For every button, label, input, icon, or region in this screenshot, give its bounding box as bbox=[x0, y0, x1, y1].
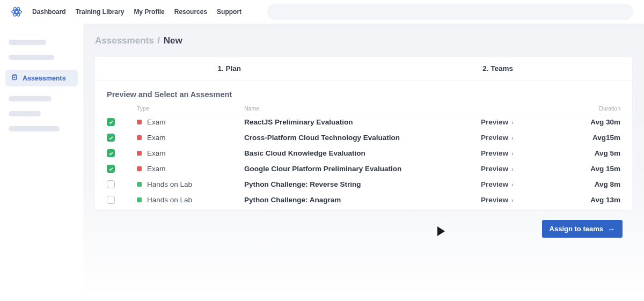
chevron-right-icon: › bbox=[511, 166, 514, 172]
breadcrumb-current: New bbox=[164, 35, 182, 46]
duration-cell: Avg 30m bbox=[567, 118, 620, 126]
duration-cell: Avg 5m bbox=[567, 149, 620, 157]
nav-dashboard[interactable]: Dashboard bbox=[32, 8, 66, 16]
preview-link[interactable]: Preview› bbox=[481, 165, 567, 173]
preview-link[interactable]: Preview› bbox=[481, 196, 567, 204]
duration-cell: Avg15m bbox=[567, 134, 620, 142]
row-checkbox[interactable] bbox=[107, 149, 115, 157]
assessment-card: 1. Plan 2. Teams Preview and Select an A… bbox=[95, 57, 632, 210]
sidebar-skeleton bbox=[9, 126, 60, 131]
app-logo-icon bbox=[11, 6, 23, 18]
type-cell: Exam bbox=[137, 118, 244, 126]
svg-point-0 bbox=[15, 10, 18, 13]
chevron-right-icon: › bbox=[511, 150, 514, 157]
top-nav: Dashboard Training Library My Profile Re… bbox=[32, 8, 241, 16]
assessment-name: Python Challenge: Anagram bbox=[244, 196, 481, 204]
type-label: Hands on Lab bbox=[147, 180, 192, 188]
step-plan[interactable]: 1. Plan bbox=[95, 57, 364, 80]
preview-label: Preview bbox=[481, 165, 508, 173]
row-checkbox[interactable] bbox=[107, 118, 115, 126]
chevron-right-icon: › bbox=[511, 181, 514, 188]
assessment-name: Basic Cloud Knowledge Evaluation bbox=[244, 149, 481, 157]
assessment-name: ReactJS Preliminary Evaluation bbox=[244, 118, 481, 126]
chevron-right-icon: › bbox=[511, 135, 514, 141]
type-cell: Exam bbox=[137, 134, 244, 142]
sidebar-skeleton bbox=[9, 55, 54, 60]
preview-label: Preview bbox=[481, 149, 508, 157]
type-cell: Hands on Lab bbox=[137, 180, 244, 188]
main-content: Assessments / New 1. Plan 2. Teams Previ… bbox=[83, 24, 644, 301]
wizard-steps: 1. Plan 2. Teams bbox=[95, 57, 632, 80]
nav-resources[interactable]: Resources bbox=[174, 8, 207, 16]
duration-cell: Avg 8m bbox=[567, 180, 620, 188]
breadcrumb-parent[interactable]: Assessments bbox=[95, 35, 154, 46]
row-checkbox[interactable] bbox=[107, 196, 115, 204]
play-icon bbox=[437, 226, 445, 236]
clipboard-icon bbox=[11, 74, 18, 83]
assessment-name: Cross-Platform Cloud Technology Evaluati… bbox=[244, 134, 481, 142]
topbar: Dashboard Training Library My Profile Re… bbox=[0, 0, 644, 24]
table-body: ExamReactJS Preliminary EvaluationPrevie… bbox=[95, 114, 632, 208]
preview-label: Preview bbox=[481, 118, 508, 126]
th-type: Type bbox=[137, 105, 244, 112]
step-teams[interactable]: 2. Teams bbox=[364, 57, 633, 80]
row-checkbox[interactable] bbox=[107, 165, 115, 173]
chevron-right-icon: › bbox=[511, 197, 514, 203]
preview-label: Preview bbox=[481, 196, 508, 204]
sidebar-skeleton bbox=[9, 96, 52, 101]
table-row: ExamCross-Platform Cloud Technology Eval… bbox=[95, 130, 632, 145]
th-name: Name bbox=[244, 105, 481, 112]
table-row: Hands on LabPython Challenge: AnagramPre… bbox=[95, 192, 632, 208]
table-header: Type Name Duration bbox=[95, 103, 632, 114]
arrow-right-icon: → bbox=[608, 225, 615, 233]
sidebar-skeleton bbox=[9, 40, 46, 45]
duration-cell: Avg 15m bbox=[567, 165, 620, 173]
assign-to-teams-button[interactable]: Assign to teams → bbox=[542, 220, 623, 238]
assessment-name: Python Challenge: Reverse String bbox=[244, 180, 481, 188]
row-checkbox[interactable] bbox=[107, 180, 115, 188]
th-duration: Duration bbox=[567, 105, 620, 112]
type-label: Exam bbox=[147, 118, 166, 126]
actions-bar: Assign to teams → bbox=[95, 210, 632, 238]
sidebar: Assessments bbox=[0, 24, 83, 301]
type-label: Exam bbox=[147, 149, 166, 157]
breadcrumb-sep: / bbox=[156, 35, 161, 46]
chevron-right-icon: › bbox=[511, 119, 514, 126]
table-row: ExamReactJS Preliminary EvaluationPrevie… bbox=[95, 114, 632, 130]
lab-dot-icon bbox=[137, 182, 142, 187]
nav-support[interactable]: Support bbox=[217, 8, 241, 16]
type-cell: Hands on Lab bbox=[137, 196, 244, 204]
exam-dot-icon bbox=[137, 120, 142, 124]
sidebar-skeleton bbox=[9, 111, 41, 116]
sidebar-item-assessments[interactable]: Assessments bbox=[5, 70, 78, 86]
type-cell: Exam bbox=[137, 165, 244, 173]
section-title: Preview and Select an Assesment bbox=[95, 80, 632, 103]
table-row: Hands on LabPython Challenge: Reverse St… bbox=[95, 177, 632, 192]
preview-label: Preview bbox=[481, 134, 508, 142]
sidebar-item-label: Assessments bbox=[23, 75, 66, 82]
search-input[interactable] bbox=[267, 4, 633, 20]
type-label: Exam bbox=[147, 134, 166, 142]
duration-cell: Avg 13m bbox=[567, 196, 620, 204]
table-row: ExamBasic Cloud Knowledge EvaluationPrev… bbox=[95, 145, 632, 161]
preview-label: Preview bbox=[481, 180, 508, 188]
preview-link[interactable]: Preview› bbox=[481, 149, 567, 157]
table-row: ExamGoogle Clour Platform Preliminary Ev… bbox=[95, 161, 632, 177]
exam-dot-icon bbox=[137, 151, 142, 156]
preview-link[interactable]: Preview› bbox=[481, 134, 567, 142]
assessment-name: Google Clour Platform Preliminary Evalua… bbox=[244, 165, 481, 173]
exam-dot-icon bbox=[137, 166, 142, 171]
exam-dot-icon bbox=[137, 135, 142, 140]
preview-link[interactable]: Preview› bbox=[481, 180, 567, 188]
preview-link[interactable]: Preview› bbox=[481, 118, 567, 126]
type-label: Hands on Lab bbox=[147, 196, 192, 204]
assign-button-label: Assign to teams bbox=[550, 225, 603, 233]
breadcrumb: Assessments / New bbox=[95, 35, 632, 46]
type-cell: Exam bbox=[137, 149, 244, 157]
lab-dot-icon bbox=[137, 197, 142, 202]
nav-my-profile[interactable]: My Profile bbox=[134, 8, 164, 16]
type-label: Exam bbox=[147, 165, 166, 173]
nav-training-library[interactable]: Training Library bbox=[76, 8, 125, 16]
row-checkbox[interactable] bbox=[107, 134, 115, 142]
